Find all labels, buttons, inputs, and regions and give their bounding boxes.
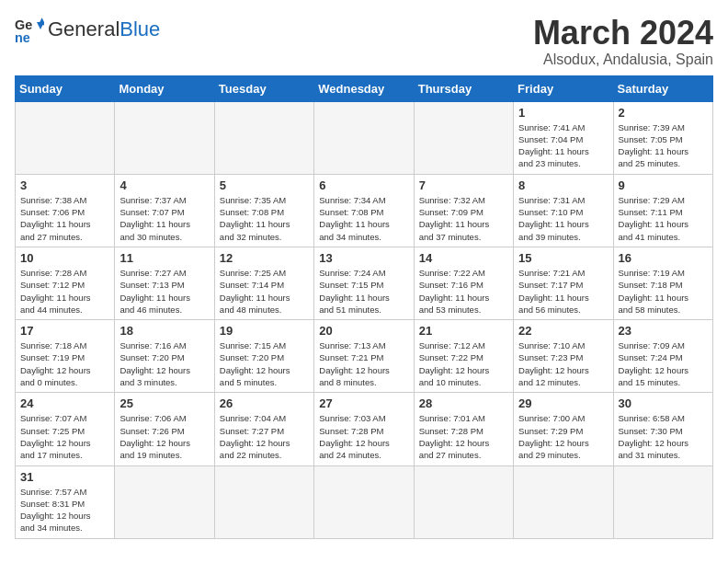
day-info: Sunrise: 7:34 AM Sunset: 7:08 PM Dayligh… bbox=[319, 194, 408, 243]
title-section: March 2024 Alsodux, Andalusia, Spain bbox=[533, 15, 713, 68]
day-info: Sunrise: 7:32 AM Sunset: 7:09 PM Dayligh… bbox=[419, 194, 508, 243]
calendar-day-cell: 5Sunrise: 7:35 AM Sunset: 7:08 PM Daylig… bbox=[214, 174, 313, 247]
calendar-week-row: 3Sunrise: 7:38 AM Sunset: 7:06 PM Daylig… bbox=[16, 174, 713, 247]
logo-text: GeneralBlue bbox=[48, 19, 160, 40]
calendar-day-cell: 6Sunrise: 7:34 AM Sunset: 7:08 PM Daylig… bbox=[314, 174, 414, 247]
calendar-table: SundayMondayTuesdayWednesdayThursdayFrid… bbox=[15, 75, 713, 539]
logo: Ge ne GeneralBlue bbox=[15, 15, 160, 44]
day-info: Sunrise: 7:03 AM Sunset: 7:28 PM Dayligh… bbox=[319, 412, 408, 461]
day-number: 10 bbox=[20, 251, 109, 265]
logo-general: General bbox=[48, 17, 119, 40]
calendar-day-cell: 15Sunrise: 7:21 AM Sunset: 7:17 PM Dayli… bbox=[514, 247, 613, 319]
day-info: Sunrise: 7:19 AM Sunset: 7:18 PM Dayligh… bbox=[619, 267, 708, 316]
calendar-day-cell: 9Sunrise: 7:29 AM Sunset: 7:11 PM Daylig… bbox=[613, 174, 712, 247]
day-number: 2 bbox=[619, 106, 708, 120]
calendar-day-cell bbox=[115, 101, 214, 174]
calendar-day-cell: 26Sunrise: 7:04 AM Sunset: 7:27 PM Dayli… bbox=[214, 393, 313, 465]
day-number: 9 bbox=[619, 178, 708, 192]
weekday-header-sunday: Sunday bbox=[16, 75, 115, 101]
calendar-day-cell bbox=[414, 101, 513, 174]
day-info: Sunrise: 7:27 AM Sunset: 7:13 PM Dayligh… bbox=[119, 267, 209, 316]
day-info: Sunrise: 7:57 AM Sunset: 8:31 PM Dayligh… bbox=[20, 486, 109, 534]
calendar-week-row: 1Sunrise: 7:41 AM Sunset: 7:04 PM Daylig… bbox=[16, 101, 713, 174]
calendar-day-cell: 28Sunrise: 7:01 AM Sunset: 7:28 PM Dayli… bbox=[414, 393, 513, 465]
svg-text:Ge: Ge bbox=[15, 17, 32, 32]
calendar-day-cell: 2Sunrise: 7:39 AM Sunset: 7:05 PM Daylig… bbox=[613, 101, 712, 174]
calendar-day-cell: 24Sunrise: 7:07 AM Sunset: 7:25 PM Dayli… bbox=[16, 393, 115, 465]
day-number: 19 bbox=[220, 324, 309, 338]
day-number: 30 bbox=[619, 396, 708, 410]
day-number: 27 bbox=[319, 396, 408, 410]
calendar-day-cell: 10Sunrise: 7:28 AM Sunset: 7:12 PM Dayli… bbox=[16, 247, 115, 319]
day-number: 21 bbox=[419, 324, 508, 338]
day-number: 12 bbox=[220, 251, 309, 265]
calendar-day-cell: 23Sunrise: 7:09 AM Sunset: 7:24 PM Dayli… bbox=[613, 320, 712, 393]
day-number: 31 bbox=[20, 470, 109, 484]
day-number: 17 bbox=[20, 324, 109, 338]
day-info: Sunrise: 6:58 AM Sunset: 7:30 PM Dayligh… bbox=[619, 412, 708, 461]
day-info: Sunrise: 7:12 AM Sunset: 7:22 PM Dayligh… bbox=[419, 339, 508, 388]
calendar-week-row: 31Sunrise: 7:57 AM Sunset: 8:31 PM Dayli… bbox=[16, 465, 713, 538]
day-number: 24 bbox=[20, 396, 109, 410]
calendar-day-cell: 11Sunrise: 7:27 AM Sunset: 7:13 PM Dayli… bbox=[115, 247, 214, 319]
calendar-day-cell: 25Sunrise: 7:06 AM Sunset: 7:26 PM Dayli… bbox=[115, 393, 214, 465]
day-info: Sunrise: 7:07 AM Sunset: 7:25 PM Dayligh… bbox=[20, 412, 109, 461]
day-info: Sunrise: 7:25 AM Sunset: 7:14 PM Dayligh… bbox=[220, 267, 309, 316]
weekday-header-monday: Monday bbox=[115, 75, 214, 101]
calendar-day-cell: 29Sunrise: 7:00 AM Sunset: 7:29 PM Dayli… bbox=[514, 393, 613, 465]
day-number: 4 bbox=[119, 178, 209, 192]
day-number: 25 bbox=[119, 396, 209, 410]
day-number: 8 bbox=[518, 178, 608, 192]
calendar-day-cell: 16Sunrise: 7:19 AM Sunset: 7:18 PM Dayli… bbox=[613, 247, 712, 319]
weekday-header-tuesday: Tuesday bbox=[214, 75, 313, 101]
calendar-day-cell bbox=[314, 101, 414, 174]
day-number: 5 bbox=[220, 178, 309, 192]
day-info: Sunrise: 7:29 AM Sunset: 7:11 PM Dayligh… bbox=[619, 194, 708, 243]
svg-marker-3 bbox=[39, 17, 44, 25]
day-number: 26 bbox=[220, 396, 309, 410]
day-number: 1 bbox=[518, 106, 608, 120]
day-info: Sunrise: 7:15 AM Sunset: 7:20 PM Dayligh… bbox=[220, 339, 309, 388]
calendar-day-cell: 18Sunrise: 7:16 AM Sunset: 7:20 PM Dayli… bbox=[115, 320, 214, 393]
day-number: 20 bbox=[319, 324, 408, 338]
day-info: Sunrise: 7:13 AM Sunset: 7:21 PM Dayligh… bbox=[319, 339, 408, 388]
day-number: 28 bbox=[419, 396, 508, 410]
calendar-day-cell bbox=[314, 465, 414, 538]
day-info: Sunrise: 7:09 AM Sunset: 7:24 PM Dayligh… bbox=[619, 339, 708, 388]
day-number: 11 bbox=[119, 251, 209, 265]
calendar-day-cell: 22Sunrise: 7:10 AM Sunset: 7:23 PM Dayli… bbox=[514, 320, 613, 393]
calendar-week-row: 17Sunrise: 7:18 AM Sunset: 7:19 PM Dayli… bbox=[16, 320, 713, 393]
header: Ge ne GeneralBlue March 2024 Alsodux, An… bbox=[15, 15, 713, 68]
day-number: 29 bbox=[518, 396, 608, 410]
calendar-day-cell: 27Sunrise: 7:03 AM Sunset: 7:28 PM Dayli… bbox=[314, 393, 414, 465]
day-info: Sunrise: 7:16 AM Sunset: 7:20 PM Dayligh… bbox=[119, 339, 209, 388]
day-info: Sunrise: 7:39 AM Sunset: 7:05 PM Dayligh… bbox=[619, 121, 708, 170]
calendar-day-cell: 8Sunrise: 7:31 AM Sunset: 7:10 PM Daylig… bbox=[514, 174, 613, 247]
day-info: Sunrise: 7:24 AM Sunset: 7:15 PM Dayligh… bbox=[319, 267, 408, 316]
calendar-day-cell: 30Sunrise: 6:58 AM Sunset: 7:30 PM Dayli… bbox=[613, 393, 712, 465]
day-info: Sunrise: 7:18 AM Sunset: 7:19 PM Dayligh… bbox=[20, 339, 109, 388]
weekday-header-saturday: Saturday bbox=[613, 75, 712, 101]
day-info: Sunrise: 7:06 AM Sunset: 7:26 PM Dayligh… bbox=[119, 412, 209, 461]
calendar-day-cell: 19Sunrise: 7:15 AM Sunset: 7:20 PM Dayli… bbox=[214, 320, 313, 393]
calendar-header-row: SundayMondayTuesdayWednesdayThursdayFrid… bbox=[16, 75, 713, 101]
calendar-day-cell: 4Sunrise: 7:37 AM Sunset: 7:07 PM Daylig… bbox=[115, 174, 214, 247]
calendar-day-cell: 1Sunrise: 7:41 AM Sunset: 7:04 PM Daylig… bbox=[514, 101, 613, 174]
day-number: 16 bbox=[619, 251, 708, 265]
day-number: 15 bbox=[518, 251, 608, 265]
calendar-day-cell: 14Sunrise: 7:22 AM Sunset: 7:16 PM Dayli… bbox=[414, 247, 513, 319]
day-info: Sunrise: 7:35 AM Sunset: 7:08 PM Dayligh… bbox=[220, 194, 309, 243]
day-number: 7 bbox=[419, 178, 508, 192]
weekday-header-thursday: Thursday bbox=[414, 75, 513, 101]
calendar-day-cell: 12Sunrise: 7:25 AM Sunset: 7:14 PM Dayli… bbox=[214, 247, 313, 319]
generalblue-logo-icon: Ge ne bbox=[15, 15, 44, 44]
day-info: Sunrise: 7:01 AM Sunset: 7:28 PM Dayligh… bbox=[419, 412, 508, 461]
day-info: Sunrise: 7:00 AM Sunset: 7:29 PM Dayligh… bbox=[518, 412, 608, 461]
day-number: 3 bbox=[20, 178, 109, 192]
day-number: 18 bbox=[119, 324, 209, 338]
day-info: Sunrise: 7:22 AM Sunset: 7:16 PM Dayligh… bbox=[419, 267, 508, 316]
svg-text:ne: ne bbox=[15, 30, 30, 44]
calendar-day-cell bbox=[214, 465, 313, 538]
day-number: 23 bbox=[619, 324, 708, 338]
calendar-day-cell bbox=[613, 465, 712, 538]
